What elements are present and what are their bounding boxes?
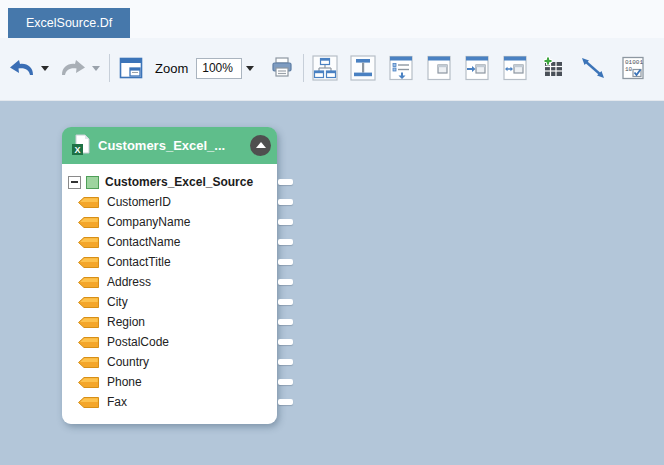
data-preview-check-icon: 01001 10 [620,55,646,81]
tree-field-row[interactable]: ContactTitle [62,252,277,272]
tree-field-row[interactable]: Fax [62,392,277,412]
undo-icon [9,58,35,78]
output-port[interactable] [278,299,293,305]
tab-excelsource-df[interactable]: ExcelSource.Df [8,8,130,38]
field-label: Address [107,275,151,289]
auto-layout-tree-button[interactable] [349,54,377,82]
node-body: Customers_Excel_Source CustomerID Compan… [62,164,277,424]
field-label: City [107,295,128,309]
svg-text:01001: 01001 [625,59,643,66]
collapse-expander-icon[interactable] [68,176,81,189]
excel-source-node[interactable]: X Customers_Excel_... Customers_Excel_So… [62,127,277,424]
expand-all-icon [388,55,414,81]
tree-field-row[interactable]: CompanyName [62,212,277,232]
print-icon [270,56,294,80]
toolbar-separator [109,54,110,82]
tree-field-row[interactable]: Address [62,272,277,292]
output-port[interactable] [278,339,293,345]
field-tag-icon [78,237,99,248]
svg-text:X: X [74,145,80,155]
tree-field-row[interactable]: Phone [62,372,277,392]
field-label: Fax [107,395,127,409]
tree-field-row[interactable]: ContactName [62,232,277,252]
add-table-button[interactable] [539,54,567,82]
field-label: Phone [107,375,142,389]
excel-file-icon: X [71,134,91,157]
output-port[interactable] [278,399,293,405]
field-tag-icon [78,257,99,268]
output-port[interactable] [278,239,293,245]
print-button[interactable] [268,54,296,82]
collapse-node-button[interactable] [250,135,271,156]
add-table-icon [540,55,566,81]
field-tag-icon [78,317,99,328]
node-header[interactable]: X Customers_Excel_... [62,127,277,164]
panel-button[interactable] [425,54,453,82]
zoom-label: Zoom [155,61,188,76]
redo-button[interactable] [57,54,89,82]
overview-window-button[interactable] [117,54,145,82]
output-port[interactable] [278,259,293,265]
output-port[interactable] [278,279,293,285]
panel-fit-width-button[interactable] [501,54,529,82]
redo-dropdown-button[interactable] [89,54,102,82]
output-port[interactable] [278,219,293,225]
field-tag-icon [78,217,99,228]
overview-window-icon [119,56,143,80]
tab-bar: ExcelSource.Df [0,0,664,38]
field-label: PostalCode [107,335,169,349]
tab-label: ExcelSource.Df [26,16,112,30]
field-tag-icon [78,337,99,348]
field-tag-icon [78,197,99,208]
draw-link-button[interactable] [577,54,609,82]
tree-field-row[interactable]: PostalCode [62,332,277,352]
redo-dropdown-caret [92,66,100,71]
field-tag-icon [78,277,99,288]
output-port[interactable] [278,199,293,205]
field-tag-icon [78,357,99,368]
panel-icon [426,55,452,81]
auto-layout-hierarchy-icon [312,55,338,81]
tree-root-row[interactable]: Customers_Excel_Source [62,172,277,192]
design-canvas[interactable]: X Customers_Excel_... Customers_Excel_So… [0,101,664,465]
redo-icon [60,58,86,78]
output-port[interactable] [278,379,293,385]
field-tag-icon [78,297,99,308]
field-tag-icon [78,397,99,408]
zoom-dropdown-button[interactable] [242,58,258,79]
field-label: Country [107,355,149,369]
undo-dropdown-caret [41,66,49,71]
field-label: CompanyName [107,215,190,229]
auto-layout-hierarchy-button[interactable] [311,54,339,82]
output-port[interactable] [278,319,293,325]
tree-field-row[interactable]: Region [62,312,277,332]
expand-all-button[interactable] [387,54,415,82]
panel-navigate-button[interactable] [463,54,491,82]
draw-link-icon [579,55,607,81]
undo-button[interactable] [6,54,38,82]
collapse-arrow-icon [256,142,266,148]
undo-dropdown-button[interactable] [38,54,51,82]
zoom-value-input[interactable] [196,58,242,79]
zoom-dropdown-caret [246,66,254,71]
field-label: CustomerID [107,195,171,209]
table-icon [86,176,99,189]
field-tag-icon [78,377,99,388]
designer-window: ExcelSource.Df [0,0,664,465]
tree-field-row[interactable]: Country [62,352,277,372]
data-preview-check-button[interactable]: 01001 10 [619,54,647,82]
svg-text:10: 10 [625,66,633,73]
toolbar: Zoom [0,38,664,101]
tree-field-row[interactable]: City [62,292,277,312]
tree-root-label: Customers_Excel_Source [105,175,253,189]
auto-layout-tree-icon [350,55,376,81]
output-port[interactable] [278,179,293,185]
zoom-combobox [196,58,258,79]
field-label: Region [107,315,145,329]
tree-field-row[interactable]: CustomerID [62,192,277,212]
panel-fit-width-icon [502,55,528,81]
output-port[interactable] [278,359,293,365]
panel-navigate-icon [464,55,490,81]
field-label: ContactTitle [107,255,171,269]
node-title: Customers_Excel_... [98,138,250,153]
